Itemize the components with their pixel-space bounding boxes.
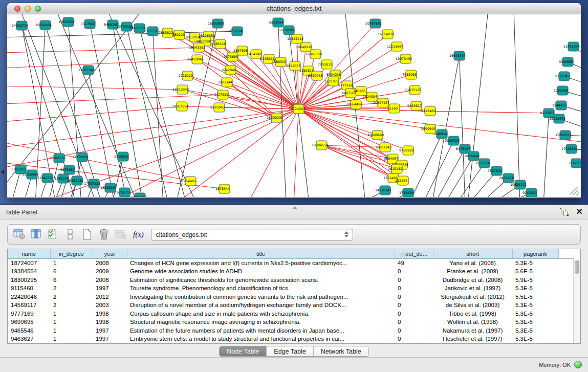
- graph-node[interactable]: 9242848: [222, 65, 236, 75]
- graph-node[interactable]: 1145194: [54, 174, 69, 183]
- graph-edge[interactable]: [7, 109, 299, 147]
- graph-edge[interactable]: [460, 56, 466, 197]
- graph-node[interactable]: 7857224: [228, 27, 243, 36]
- graph-edge[interactable]: [299, 109, 385, 147]
- graph-node[interactable]: 17957223: [84, 179, 100, 188]
- graph-node[interactable]: 1209383: [554, 86, 568, 95]
- column-visibility-icon[interactable]: [30, 228, 43, 241]
- graph-node[interactable]: 12213967: [387, 42, 403, 51]
- table-row[interactable]: 969969511998Structural magnetic resonanc…: [8, 318, 574, 326]
- table-row[interactable]: 1456911722003Disruption of a novel membe…: [8, 301, 574, 310]
- graph-edge[interactable]: [468, 14, 488, 197]
- table-settings-icon[interactable]: [13, 228, 26, 241]
- graph-node[interactable]: 7515526: [144, 27, 158, 36]
- graph-node[interactable]: 16543382: [189, 43, 205, 52]
- graph-node[interactable]: 16033809: [208, 19, 224, 28]
- column-header-in_degree[interactable]: in_degree: [50, 249, 93, 258]
- new-table-icon[interactable]: [80, 228, 94, 241]
- graph-node[interactable]: 1733426: [399, 188, 413, 197]
- graph-node[interactable]: 9227343: [555, 72, 570, 81]
- graph-edge[interactable]: [434, 149, 465, 197]
- graph-node[interactable]: 10653287: [58, 17, 75, 27]
- graph-node[interactable]: 17359924: [72, 152, 89, 162]
- graph-node[interactable]: 12923446: [130, 193, 146, 197]
- graph-edge[interactable]: [7, 106, 182, 122]
- graph-node[interactable]: 6479197: [456, 144, 470, 154]
- window-titlebar[interactable]: citations_edges.txt: [7, 3, 581, 14]
- graph-edge[interactable]: [294, 109, 299, 197]
- graph-edge[interactable]: [543, 113, 549, 197]
- column-header-pagerank[interactable]: pagerank: [512, 249, 558, 258]
- graph-node[interactable]: 13505135: [67, 176, 83, 185]
- table-header-row[interactable]: namein_degreeyeartitle△out_de...shortpag…: [8, 249, 574, 258]
- graph-node[interactable]: 24055724: [12, 21, 28, 30]
- graph-node[interactable]: 8454749: [247, 50, 262, 59]
- graph-node[interactable]: 9684067: [384, 154, 398, 163]
- graph-node[interactable]: 1676344: [215, 184, 230, 193]
- float-panel-icon[interactable]: [561, 208, 569, 216]
- panel-splitter-handle[interactable]: [292, 206, 297, 209]
- graph-node[interactable]: 8466160: [104, 20, 118, 29]
- graph-node[interactable]: 15751074: [563, 42, 580, 51]
- column-header-year[interactable]: year: [93, 249, 127, 258]
- table-row[interactable]: 1872400712008Changes of HCN gene express…: [8, 258, 574, 267]
- graph-node[interactable]: 7663822: [159, 28, 173, 37]
- graph-node[interactable]: 16782759: [115, 188, 131, 197]
- graph-node[interactable]: 16648784: [449, 51, 466, 60]
- west-panel-collapse-arrow[interactable]: [1, 169, 4, 174]
- tab-network-table[interactable]: Network Table: [313, 346, 368, 356]
- graph-node[interactable]: 13975125: [405, 85, 421, 95]
- column-header-name[interactable]: name: [8, 249, 50, 258]
- graph-node[interactable]: 14136141: [375, 186, 391, 195]
- graph-node[interactable]: 7254402: [182, 177, 196, 186]
- graph-node[interactable]: 15892971: [555, 130, 572, 140]
- delete-table-icon[interactable]: [97, 228, 111, 241]
- close-panel-icon[interactable]: ✕: [576, 208, 583, 216]
- graph-edge[interactable]: [153, 31, 164, 197]
- graph-node[interactable]: 20206576: [49, 154, 66, 163]
- graph-node[interactable]: 9427552: [214, 90, 228, 99]
- graph-edge[interactable]: [140, 28, 187, 197]
- graph-node[interactable]: 9329966: [559, 57, 573, 67]
- graph-node[interactable]: 9975887: [60, 165, 75, 174]
- graph-edge[interactable]: [299, 109, 430, 129]
- graph-edge[interactable]: [7, 95, 223, 104]
- network-canvas[interactable]: 2405572420691406106532871527902846616010…: [7, 14, 581, 197]
- graph-node[interactable]: 1527902: [81, 19, 95, 29]
- table-row[interactable]: 1938455462009Genome-wide association stu…: [8, 267, 574, 276]
- graph-node[interactable]: 12942757: [37, 173, 54, 183]
- graph-node[interactable]: 20387682: [365, 19, 382, 28]
- graph-node[interactable]: 110753: [569, 159, 581, 168]
- table-scrollbar[interactable]: [573, 259, 580, 343]
- graph-node[interactable]: 1244415: [552, 101, 567, 110]
- graph-node[interactable]: 7955812: [318, 60, 332, 69]
- graph-node[interactable]: 7485063: [402, 70, 417, 79]
- graph-edge[interactable]: [432, 56, 460, 197]
- graph-node[interactable]: 22420046: [187, 55, 204, 64]
- table-row[interactable]: 1830029562008Estimation of significance …: [8, 276, 574, 285]
- table-row[interactable]: 2242004622012Investigating the contribut…: [8, 293, 574, 301]
- graph-node[interactable]: 16154838: [378, 30, 394, 39]
- table-row[interactable]: 946554611997Estimation of the future num…: [8, 326, 574, 335]
- graph-node[interactable]: 20691406: [35, 20, 52, 30]
- graph-node[interactable]: 1615132: [388, 164, 402, 173]
- column-header-title[interactable]: title: [127, 249, 395, 258]
- graph-node[interactable]: 9756928: [399, 146, 413, 155]
- table-row[interactable]: 911546021997Tourette syndrome. Phenomeno…: [8, 284, 574, 293]
- graph-node[interactable]: 9822037: [286, 61, 300, 71]
- tab-edge-table[interactable]: Edge Table: [266, 346, 313, 356]
- column-header-short[interactable]: short: [433, 249, 512, 258]
- scrollbar-thumb[interactable]: [575, 260, 579, 274]
- table-selector-dropdown[interactable]: citations_edges.txt: [151, 229, 353, 240]
- graph-node[interactable]: 62160: [387, 104, 400, 113]
- graph-node[interactable]: 9170043: [210, 103, 225, 112]
- graph-edge[interactable]: [299, 109, 378, 135]
- graph-node[interactable]: 21053346: [78, 65, 95, 75]
- graph-node[interactable]: 18640910: [296, 42, 312, 52]
- resize-grip[interactable]: [570, 187, 579, 195]
- row-height-icon[interactable]: [63, 228, 77, 241]
- graph-node[interactable]: 2718120: [179, 71, 193, 80]
- select-rows-icon[interactable]: [47, 228, 60, 241]
- table-row[interactable]: 977716911998Corpus callosum shape and si…: [8, 310, 574, 318]
- table-row[interactable]: 946362711997Embryonic stem cells: a mode…: [8, 335, 574, 343]
